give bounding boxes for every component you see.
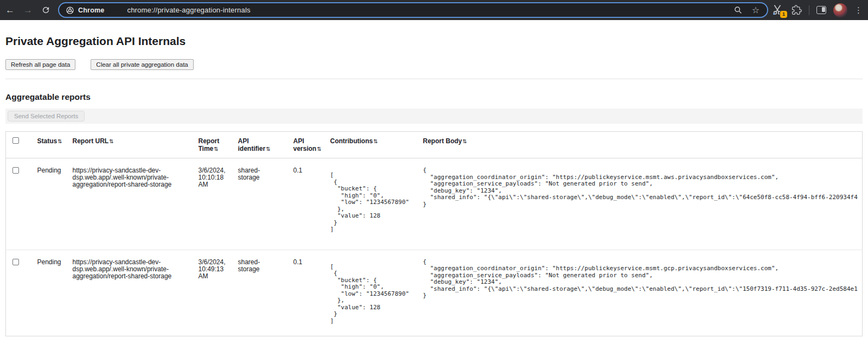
screenshot-tool-button[interactable]: 1 — [773, 4, 784, 17]
extensions-icon[interactable] — [792, 5, 802, 15]
bookmark-star-icon[interactable]: ☆ — [752, 6, 760, 15]
header-status[interactable]: Status⇅ — [37, 132, 73, 158]
nav-controls: ← → — [5, 5, 50, 15]
profile-avatar[interactable] — [833, 3, 847, 17]
clear-all-button[interactable]: Clear all private aggregation data — [91, 59, 193, 70]
sort-icon: ⇅ — [109, 138, 113, 144]
api-version-cell: 0.1 — [293, 158, 330, 250]
sort-icon: ⇅ — [463, 138, 467, 144]
table-toolbar: Send Selected Reports — [5, 109, 863, 124]
row-checkbox[interactable] — [12, 167, 19, 174]
sort-icon: ⇅ — [373, 138, 378, 144]
report-body-cell: { "aggregation_coordinator_origin": "htt… — [423, 167, 858, 208]
forward-icon[interactable]: → — [23, 5, 33, 15]
zoom-icon[interactable] — [733, 5, 743, 15]
sort-icon: ⇅ — [317, 146, 321, 152]
select-all-checkbox[interactable] — [12, 137, 19, 144]
header-api-version[interactable]: API version⇅ — [293, 132, 330, 158]
status-cell: Pending — [37, 158, 73, 250]
back-icon[interactable]: ← — [5, 5, 15, 15]
side-panel-icon[interactable] — [816, 6, 826, 14]
reload-icon[interactable] — [41, 5, 50, 15]
chrome-chip: Chrome — [66, 6, 104, 15]
header-api-identifier[interactable]: API identifier⇅ — [238, 132, 293, 158]
sort-icon: ⇅ — [58, 138, 62, 144]
report-body-cell: { "aggregation_coordinator_origin": "htt… — [423, 259, 858, 299]
sort-icon: ⇅ — [266, 146, 270, 152]
api-identifier-cell: shared-storage — [238, 259, 272, 273]
header-report-url[interactable]: Report URL⇅ — [73, 132, 199, 158]
report-url-cell: https://privacy-sandcastle-dev-dsp.web.a… — [73, 259, 194, 280]
report-time-cell: 3/6/2024, 10:49:13 AM — [199, 259, 232, 280]
page-buttons: Refresh all page data Clear all private … — [5, 59, 863, 70]
send-selected-reports-button[interactable]: Send Selected Reports — [8, 111, 85, 122]
table-header-row: Status⇅ Report URL⇅ Report Time⇅ API ide… — [6, 132, 863, 158]
page-title: Private Aggregation API Internals — [5, 35, 863, 48]
url-text[interactable]: chrome://private-aggregation-internals — [127, 6, 250, 14]
menu-icon[interactable]: ⋮ — [854, 6, 863, 14]
browser-toolbar: ← → Chrome chrome://private-aggregation-… — [0, 0, 868, 20]
status-cell: Pending — [37, 250, 73, 336]
sort-icon: ⇅ — [214, 146, 218, 152]
reload-glyph — [41, 5, 50, 15]
report-url-cell: https://privacy-sandcastle-dev-dsp.web.a… — [73, 167, 194, 188]
header-report-time[interactable]: Report Time⇅ — [199, 132, 238, 158]
toolbar-divider — [809, 5, 809, 15]
row-checkbox[interactable] — [12, 259, 19, 265]
page-content: Private Aggregation API Internals Refres… — [0, 35, 868, 336]
contributions-cell: [ { "bucket": { "high": "0", "low": "123… — [330, 172, 419, 233]
tool-badge: 1 — [780, 11, 787, 18]
header-report-body[interactable]: Report Body⇅ — [423, 132, 863, 158]
header-contributions[interactable]: Contributions⇅ — [330, 132, 423, 158]
table-row: Pending https://privacy-sandcastle-dev-d… — [6, 250, 863, 336]
toolbar-actions: 1 ⋮ — [773, 3, 863, 17]
refresh-all-button[interactable]: Refresh all page data — [5, 59, 75, 70]
contributions-cell: [ { "bucket": { "high": "0", "low": "123… — [330, 264, 419, 325]
omnibox[interactable]: Chrome chrome://private-aggregation-inte… — [58, 2, 768, 18]
aggregatable-reports-table: Status⇅ Report URL⇅ Report Time⇅ API ide… — [5, 131, 863, 336]
section-title: Aggregatable reports — [5, 92, 863, 102]
chrome-logo-icon — [66, 6, 74, 15]
section-divider — [5, 79, 863, 79]
report-time-cell: 3/6/2024, 10:10:18 AM — [199, 167, 232, 188]
api-version-cell: 0.1 — [293, 250, 330, 336]
api-identifier-cell: shared-storage — [238, 167, 272, 181]
chrome-chip-label: Chrome — [78, 7, 104, 14]
table-row: Pending https://privacy-sandcastle-dev-d… — [6, 158, 863, 250]
